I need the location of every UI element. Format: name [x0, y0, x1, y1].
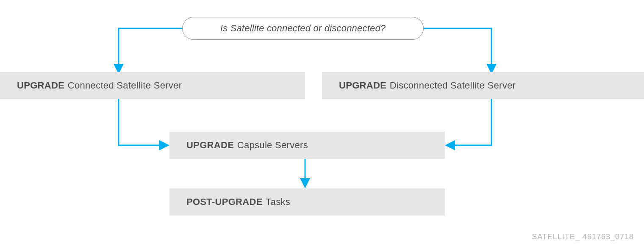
- step-post-upgrade: POST-UPGRADE Tasks: [169, 188, 445, 216]
- step-rest: Connected Satellite Server: [68, 80, 182, 91]
- step-bold: UPGRADE: [186, 140, 234, 151]
- step-bold: UPGRADE: [17, 80, 64, 91]
- step-upgrade-disconnected: UPGRADE Disconnected Satellite Server: [322, 72, 644, 99]
- step-rest: Capsule Servers: [237, 140, 308, 151]
- step-rest: Tasks: [266, 196, 290, 208]
- step-bold: POST-UPGRADE: [186, 196, 263, 208]
- step-bold: UPGRADE: [339, 80, 386, 91]
- step-upgrade-capsule: UPGRADE Capsule Servers: [169, 132, 445, 159]
- diagram-id-footer: SATELLITE_ 461763_0718: [532, 232, 634, 241]
- step-rest: Disconnected Satellite Server: [390, 80, 516, 91]
- step-upgrade-connected: UPGRADE Connected Satellite Server: [0, 72, 305, 99]
- decision-text: Is Satellite connected or disconnected?: [220, 23, 386, 34]
- decision-node: Is Satellite connected or disconnected?: [182, 17, 424, 40]
